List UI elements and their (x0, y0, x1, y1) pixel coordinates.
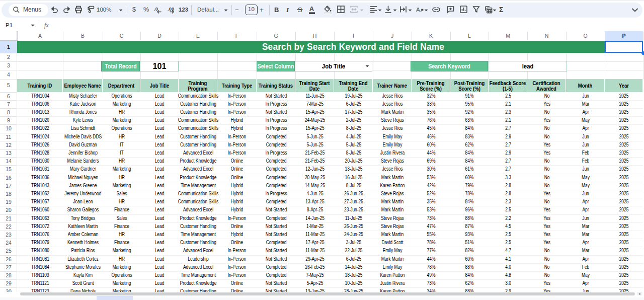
svg-text:A: A (416, 7, 420, 13)
svg-text:.0: .0 (154, 6, 158, 12)
svg-text:.00: .00 (168, 6, 174, 12)
svg-text:A: A (309, 5, 314, 13)
